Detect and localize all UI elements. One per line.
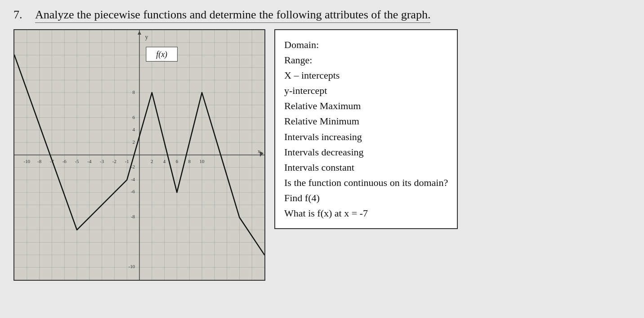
svg-text:-2: -2 [112, 159, 116, 164]
info-fx-at-x: What is f(x) at x = -7 [284, 206, 448, 221]
svg-text:6: 6 [133, 115, 135, 120]
page: 7. Analyze the piecewise functions and d… [13, 8, 631, 281]
svg-text:2: 2 [151, 159, 153, 164]
svg-text:y: y [145, 34, 148, 40]
svg-text:10: 10 [200, 159, 205, 164]
info-find-f4: Find f(4) [284, 190, 448, 206]
info-intervals-decreasing: Intervals decreasing [284, 145, 448, 160]
svg-text:2: 2 [133, 139, 135, 145]
svg-text:8: 8 [133, 89, 135, 95]
info-y-intercept: y-intercept [284, 83, 448, 98]
svg-text:-8: -8 [37, 159, 42, 164]
graph-svg: -1 -2 -3 -4 -5 -6 -7 -8 -10 2 4 6 8 10 y… [14, 30, 264, 280]
info-panel: Domain: Range: X – intercepts y-intercep… [274, 29, 458, 229]
svg-text:4: 4 [163, 159, 166, 164]
svg-text:-8: -8 [131, 214, 135, 219]
svg-text:-10: -10 [129, 264, 135, 269]
question-text: Analyze the piecewise functions and dete… [35, 8, 430, 23]
svg-text:-4: -4 [87, 159, 92, 164]
info-intervals-constant: Intervals constant [284, 160, 448, 175]
info-rel-max: Relative Maximum [284, 98, 448, 114]
svg-text:-6: -6 [131, 189, 135, 194]
svg-text:-5: -5 [75, 159, 79, 164]
info-range: Range: [284, 53, 448, 68]
question-header: 7. Analyze the piecewise functions and d… [13, 8, 631, 23]
content-row: -1 -2 -3 -4 -5 -6 -7 -8 -10 2 4 6 8 10 y… [13, 29, 631, 281]
svg-text:-6: -6 [63, 159, 67, 164]
svg-text:4: 4 [133, 127, 135, 132]
svg-text:-10: -10 [24, 159, 31, 164]
svg-text:f(x): f(x) [156, 50, 167, 59]
info-continuous: Is the function continuous on its domain… [284, 175, 448, 190]
svg-text:6: 6 [176, 159, 179, 164]
graph-panel: -1 -2 -3 -4 -5 -6 -7 -8 -10 2 4 6 8 10 y… [13, 29, 265, 281]
svg-text:8: 8 [188, 159, 191, 164]
info-intervals-increasing: Intervals increasing [284, 129, 448, 145]
svg-text:-3: -3 [100, 159, 104, 164]
info-domain: Domain: [284, 37, 448, 53]
info-x-intercepts: X – intercepts [284, 68, 448, 83]
info-rel-min: Relative Minimum [284, 114, 448, 129]
svg-text:-1: -1 [125, 159, 129, 164]
question-number: 7. [13, 8, 30, 22]
svg-text:-4: -4 [131, 177, 135, 182]
